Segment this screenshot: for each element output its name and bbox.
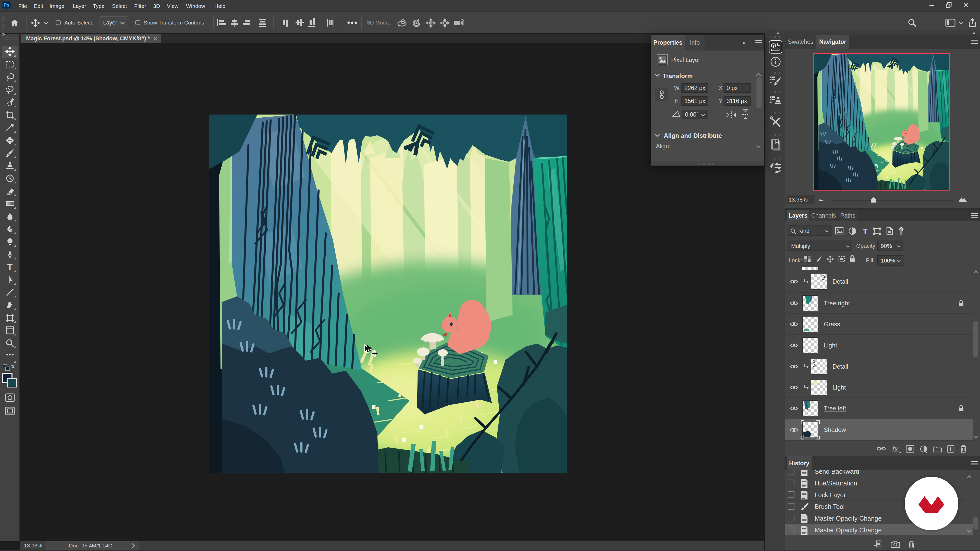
svg-text:T: T [863,227,867,235]
svg-text:fx: fx [892,445,898,453]
svg-text:T: T [7,262,13,272]
